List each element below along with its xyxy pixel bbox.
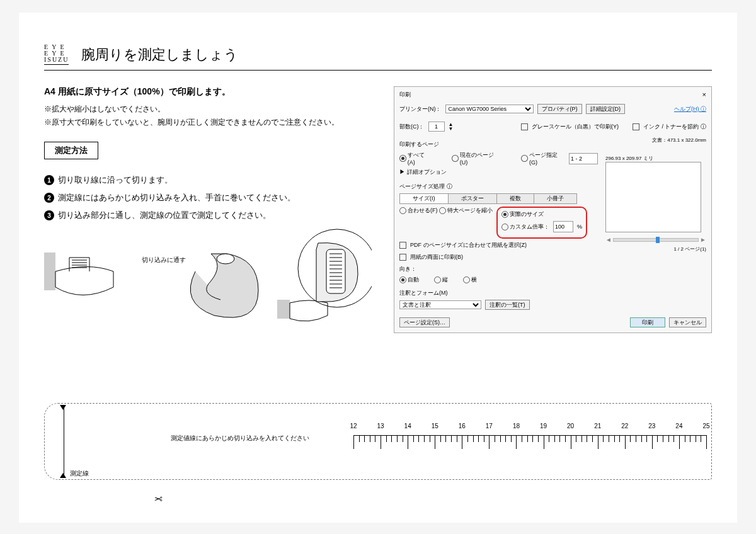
properties-button[interactable]: プロパティ(P) [537,104,582,114]
ruler-tick-label: 19 [540,423,547,429]
ruler-tick-minor [370,435,370,442]
more-options-toggle[interactable]: ▶ 詳細オプション [399,168,598,176]
step-number-icon: 2 [44,193,54,203]
radio-actual[interactable]: 実際のサイズ [501,210,544,219]
ruler-tick-minor [663,435,663,442]
both-sides-checkbox[interactable] [399,254,406,261]
ruler-tick-minor [527,435,528,442]
ruler-tick-label: 24 [675,423,682,429]
step-item: 3 切り込み部分に通し、測定線の位置で測定してください。 [44,210,375,221]
radio-shrink[interactable]: 特大ページを縮小 [439,207,493,215]
grayscale-label: グレースケール（白黒）で印刷(Y) [532,123,619,131]
ruler-tick-minor [554,435,555,442]
ruler-tick-minor [696,435,696,442]
copies-input[interactable]: 1 [428,122,445,132]
pdf-paper-checkbox[interactable] [399,242,406,249]
range-input[interactable] [569,153,598,164]
ruler-tick-label: 17 [486,423,493,429]
save-ink-checkbox[interactable] [633,123,639,130]
ruler-tick-minor [641,435,642,442]
step-number-icon: 3 [44,210,54,220]
spinner-arrows-icon[interactable]: ▲▼ [449,122,454,131]
pages-section-label: 印刷するページ [399,140,598,149]
ruler-tick-label: 25 [702,423,709,429]
ruler-tick-minor [359,435,360,442]
comments-list-button[interactable]: 注釈の一覧(T) [485,300,530,310]
printer-select[interactable]: Canon WG7000 Series [445,105,534,113]
ruler-tick-minor [440,435,441,442]
ruler-tick-minor [364,435,365,442]
ruler-tick-minor [391,435,392,442]
print-button[interactable]: 印刷 [630,317,665,327]
step-item: 2 測定線にはあらかじめ切り込みを入れ、手首に巻いてください。 [44,192,375,203]
tab-multiple[interactable]: 複数 [496,193,534,204]
orient-auto[interactable]: 自動 [399,276,419,284]
radio-fit[interactable]: 合わせる(F) [399,207,438,215]
close-icon[interactable]: × [702,91,706,99]
save-ink-label: インク / トナーを節約 ⓘ [643,123,706,131]
instruction-heading: A4 用紙に原寸サイズ（100%）で印刷します。 [44,86,375,98]
illustration-area: 切り込みに通す [44,227,375,334]
svg-point-5 [217,254,234,264]
ruler-tick-major [462,435,462,449]
wrist-illustration [44,227,372,334]
radio-all[interactable]: すべて(A) [399,151,432,166]
radio-custom[interactable]: カスタム倍率： [501,223,549,231]
ruler-tick-major [381,435,381,449]
ruler-tick-minor [418,435,419,442]
print-dialog: 印刷 × プリンター(N)： Canon WG7000 Series プロパティ… [394,86,712,333]
ruler-tick-minor [424,435,425,442]
ruler-tick-minor [473,435,474,442]
illustration-label: 切り込みに通す [142,256,186,264]
note-text: ※原寸大で印刷をしていないと、腕周りが正しく測定できませんのでご注意ください。 [44,117,375,128]
custom-scale-input[interactable] [553,221,573,232]
ruler-tick-minor [701,435,701,442]
ruler-tick-minor [549,435,549,442]
scale-highlight: 実際のサイズ カスタム倍率： % [496,207,587,239]
orient-portrait[interactable]: 縦 [434,276,448,284]
dialog-title: 印刷 [399,91,411,99]
ruler-tick-minor [603,435,604,442]
radio-current[interactable]: 現在のページ(U) [452,151,501,166]
page-title: 腕周りを測定しましょう [81,45,238,64]
help-link[interactable]: ヘルプ(H) ⓘ [674,105,706,113]
ruler-tick-major [408,435,408,449]
chevron-right-icon[interactable]: ► [700,236,706,243]
page-setup-button[interactable]: ページ設定(S)… [399,317,450,327]
ruler-tick-minor [690,435,690,442]
ruler-tick-minor [685,435,685,442]
ruler-tick-major [516,435,517,449]
ruler-tick-minor [538,435,539,442]
ruler-tick-minor [565,435,566,442]
advanced-button[interactable]: 詳細設定(D) [586,104,626,114]
brand-logo: E Y E E Y E ISUZU [44,44,69,65]
ruler-tick-major [625,435,626,449]
ruler-tick-minor [445,435,446,442]
ruler-tick-minor [511,435,512,442]
ruler-tick-minor [587,435,587,442]
printer-label: プリンター(N)： [399,105,442,113]
ruler-tick-minor [532,435,533,442]
ruler-tick-major [489,435,490,449]
preview-slider[interactable]: ◄ ► [605,236,706,243]
step-text: 切り込み部分に通し、測定線の位置で測定してください。 [58,210,271,221]
tab-size[interactable]: サイズ(I) [399,193,448,204]
orient-landscape[interactable]: 横 [463,276,477,284]
radio-range[interactable]: ページ指定(G) [521,151,565,166]
chevron-left-icon[interactable]: ◄ [605,236,612,243]
ruler-tick-major [706,435,707,449]
ruler-tick-minor [397,435,398,442]
pdf-paper-label: PDF のページサイズに合わせて用紙を選択(Z) [410,241,527,249]
tab-poster[interactable]: ポスター [448,193,496,204]
measure-line [64,407,64,475]
ruler-tick-major [435,435,435,449]
step-text: 測定線にはあらかじめ切り込みを入れ、手首に巻いてください。 [58,192,295,203]
cancel-button[interactable]: キャンセル [669,317,706,327]
comments-select[interactable]: 文書と注釈 [399,300,481,309]
ruler-tick-minor [619,435,620,442]
ruler-tick-minor [403,435,403,442]
ruler-tick-label: 13 [377,423,384,429]
grayscale-checkbox[interactable] [521,123,528,130]
tab-booklet[interactable]: 小冊子 [534,193,577,204]
ruler-tick-minor [522,435,522,442]
